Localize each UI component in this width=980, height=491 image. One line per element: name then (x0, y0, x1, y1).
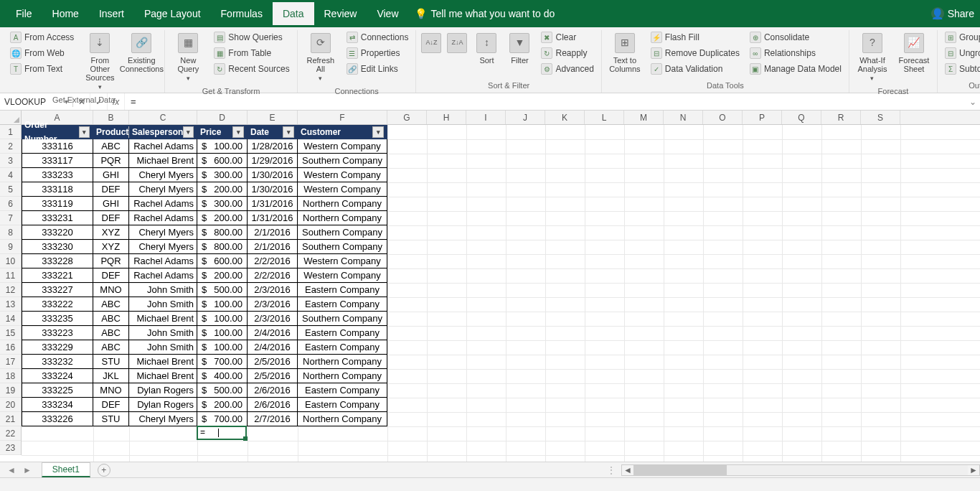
table-cell[interactable]: STU (93, 412, 129, 426)
table-cell[interactable]: $600.00 (197, 154, 248, 168)
table-cell[interactable]: $100.00 (197, 326, 248, 340)
table-cell[interactable]: $300.00 (197, 168, 248, 182)
table-cell[interactable]: 2/6/2016 (248, 398, 298, 412)
row-header-20[interactable]: 20 (0, 398, 21, 412)
row-header-23[interactable]: 23 (0, 441, 21, 455)
table-cell[interactable]: 333118 (22, 182, 93, 197)
table-cell[interactable]: Cheryl Myers (129, 240, 197, 254)
scroll-left-button[interactable]: ◄ (622, 465, 633, 475)
table-cell[interactable]: 333227 (22, 283, 93, 297)
table-cell[interactable]: 333221 (22, 268, 93, 283)
row-header-11[interactable]: 11 (0, 268, 21, 283)
table-cell[interactable]: Rachel Adams (129, 254, 197, 268)
table-cell[interactable]: 333234 (22, 398, 93, 412)
table-cell[interactable]: 2/4/2016 (248, 340, 298, 355)
show-queries-button[interactable]: ▤Show Queries (211, 30, 292, 45)
table-cell[interactable]: 1/31/2016 (248, 211, 298, 225)
table-cell[interactable]: $800.00 (197, 240, 248, 254)
tab-review[interactable]: Review (314, 2, 367, 25)
table-cell[interactable]: DEF (93, 182, 129, 197)
from-other-sources-button[interactable]: ⇣From Other Sources (81, 30, 118, 94)
table-cell[interactable]: 1/29/2016 (248, 154, 298, 168)
row-header-14[interactable]: 14 (0, 312, 21, 326)
table-cell[interactable]: 333225 (22, 383, 93, 398)
refresh-all-button[interactable]: ⟳Refresh All (302, 30, 339, 85)
table-cell[interactable]: $200.00 (197, 268, 248, 283)
table-cell[interactable]: 2/7/2016 (248, 412, 298, 426)
table-cell[interactable]: Michael Brent (129, 154, 197, 168)
table-cell[interactable]: GHI (93, 168, 129, 182)
table-cell[interactable]: MNO (93, 383, 129, 398)
row-header-21[interactable]: 21 (0, 412, 21, 426)
table-cell[interactable]: Eastern Company (298, 283, 387, 297)
table-cell[interactable]: $100.00 (197, 312, 248, 326)
row-header-3[interactable]: 3 (0, 154, 21, 168)
row-header-2[interactable]: 2 (0, 139, 21, 154)
column-header-I[interactable]: I (466, 111, 506, 124)
table-cell[interactable]: Cheryl Myers (129, 182, 197, 197)
table-cell[interactable]: 333226 (22, 412, 93, 426)
table-cell[interactable]: 333224 (22, 369, 93, 383)
table-cell[interactable]: Rachel Adams (129, 211, 197, 225)
table-cell[interactable]: $200.00 (197, 182, 248, 197)
sort-button[interactable]: ↕Sort (472, 30, 501, 67)
table-cell[interactable]: PQR (93, 254, 129, 268)
column-header-H[interactable]: H (427, 111, 466, 124)
table-cell[interactable]: DEF (93, 211, 129, 225)
table-cell[interactable]: ABC (93, 340, 129, 355)
table-header-salesperson[interactable]: Salesperson▾ (129, 125, 197, 139)
table-cell[interactable]: ABC (93, 312, 129, 326)
table-cell[interactable]: $200.00 (197, 211, 248, 225)
table-cell[interactable]: Eastern Company (298, 297, 387, 312)
table-cell[interactable]: 333231 (22, 211, 93, 225)
row-header-15[interactable]: 15 (0, 326, 21, 340)
from-table-button[interactable]: ▦From Table (211, 46, 292, 60)
group-button[interactable]: ⊞Group ▾ (942, 30, 980, 45)
table-cell[interactable]: 333222 (22, 297, 93, 312)
expand-formula-bar-button[interactable]: ⌄ (966, 97, 980, 107)
table-cell[interactable]: Eastern Company (298, 383, 387, 398)
table-cell[interactable]: 333119 (22, 197, 93, 211)
table-cell[interactable]: 2/3/2016 (248, 297, 298, 312)
table-cell[interactable]: $600.00 (197, 254, 248, 268)
row-header-6[interactable]: 6 (0, 197, 21, 211)
table-cell[interactable]: Dylan Rogers (129, 398, 197, 412)
data-validation-button[interactable]: ✓Data Validation (648, 62, 743, 76)
properties-button[interactable]: ☰Properties (344, 46, 412, 60)
table-cell[interactable]: 333220 (22, 225, 93, 240)
text-to-columns-button[interactable]: ⊞Text to Columns (606, 30, 644, 76)
table-cell[interactable]: ABC (93, 297, 129, 312)
table-cell[interactable]: 2/2/2016 (248, 254, 298, 268)
table-cell[interactable]: John Smith (129, 297, 197, 312)
table-cell[interactable]: Northern Company (298, 355, 387, 369)
row-header-16[interactable]: 16 (0, 340, 21, 355)
table-cell[interactable]: Northern Company (298, 211, 387, 225)
table-cell[interactable]: Cheryl Myers (129, 412, 197, 426)
tab-view[interactable]: View (367, 2, 408, 25)
column-header-Q[interactable]: Q (782, 111, 821, 124)
table-cell[interactable]: Dylan Rogers (129, 383, 197, 398)
table-cell[interactable]: XYZ (93, 240, 129, 254)
row-header-10[interactable]: 10 (0, 254, 21, 268)
column-header-E[interactable]: E (248, 111, 298, 124)
table-cell[interactable]: JKL (93, 369, 129, 383)
table-cell[interactable]: Eastern Company (298, 326, 387, 340)
active-cell[interactable]: = (197, 426, 247, 440)
table-cell[interactable]: ABC (93, 139, 129, 154)
table-cell[interactable]: Michael Brent (129, 355, 197, 369)
manage-data-model-button[interactable]: ▣Manage Data Model (747, 62, 844, 76)
table-cell[interactable]: $300.00 (197, 197, 248, 211)
row-header-22[interactable]: 22 (0, 426, 21, 441)
sheet-tab-sheet1[interactable]: Sheet1 (42, 462, 90, 477)
filter-dropdown-icon[interactable]: ▾ (232, 126, 244, 138)
subtotal-button[interactable]: ΣSubtotal (942, 62, 980, 76)
table-cell[interactable]: John Smith (129, 326, 197, 340)
advanced-button[interactable]: ⚙Advanced (538, 62, 596, 76)
from-text-button[interactable]: TFrom Text (7, 62, 77, 76)
table-cell[interactable]: Southern Company (298, 154, 387, 168)
table-cell[interactable]: $500.00 (197, 283, 248, 297)
row-header-18[interactable]: 18 (0, 369, 21, 383)
table-cell[interactable]: 333228 (22, 254, 93, 268)
table-cell[interactable]: Western Company (298, 254, 387, 268)
table-header-order-number[interactable]: Order Number▾ (22, 125, 93, 139)
